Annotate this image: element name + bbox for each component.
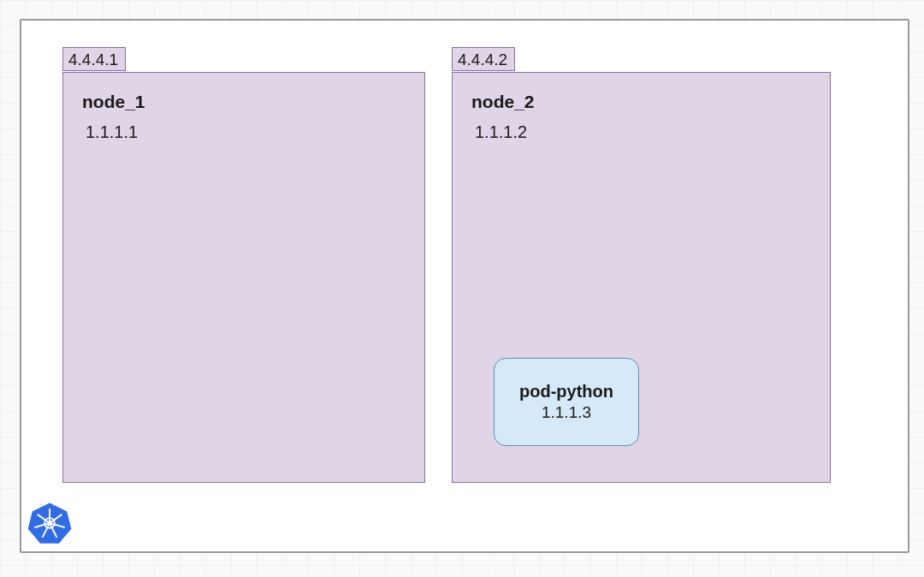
node-1-internal-ip: 1.1.1.1	[86, 122, 138, 142]
node-2-external-ip: 4.4.4.2	[458, 51, 507, 68]
pod-python-title: pod-python	[519, 382, 613, 402]
node-2-title: node_2	[471, 92, 535, 112]
pod-python-box: pod-python 1.1.1.3	[494, 358, 639, 446]
node-2-internal-ip: 1.1.1.2	[475, 122, 527, 142]
node-1-box: 4.4.4.1 node_1 1.1.1.1	[62, 72, 425, 483]
node-1-external-ip-tab: 4.4.4.1	[62, 47, 126, 71]
cluster-frame: 4.4.4.1 node_1 1.1.1.1 4.4.4.2 node_2 1.…	[20, 19, 909, 553]
svg-point-9	[47, 520, 51, 525]
node-2-external-ip-tab: 4.4.4.2	[452, 47, 515, 71]
node-1-external-ip: 4.4.4.1	[68, 51, 118, 68]
node-1-title: node_1	[82, 92, 145, 112]
node-2-box: 4.4.4.2 node_2 1.1.1.2 pod-python 1.1.1.…	[452, 72, 831, 483]
pod-python-ip: 1.1.1.3	[542, 403, 591, 422]
kubernetes-icon	[27, 500, 73, 546]
